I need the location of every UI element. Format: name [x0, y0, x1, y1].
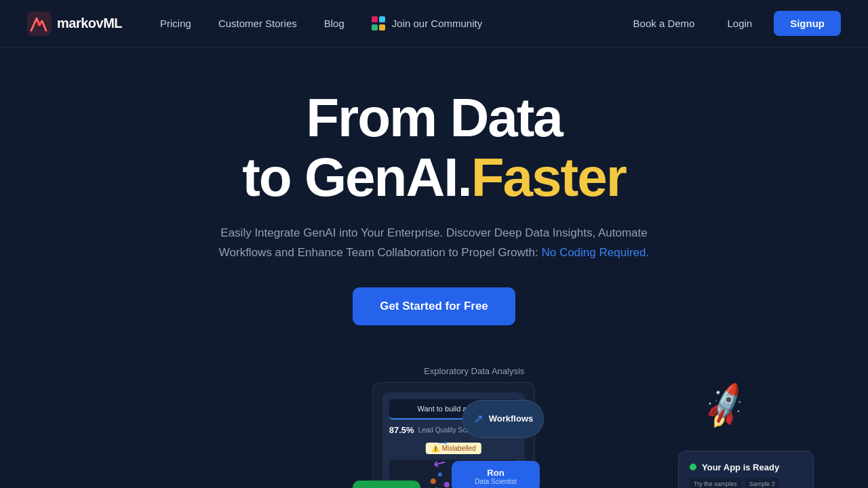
- nav-blog[interactable]: Blog: [313, 12, 355, 35]
- community-icon: [372, 16, 387, 31]
- nav-links-right: Book a Demo Login Signup: [623, 11, 841, 36]
- nav-signup[interactable]: Signup: [774, 11, 841, 36]
- hero-title-accent: Faster: [471, 147, 626, 207]
- mislabelled-badge: ⚠️ Mislabelled: [389, 441, 518, 454]
- nav-login[interactable]: Login: [716, 12, 763, 35]
- hero-title-line2-prefix: to GenAI.: [242, 147, 471, 207]
- dashboard-preview: Exploratory Data Analysis Want to build …: [27, 366, 841, 488]
- ron-title: Data Scientist: [461, 478, 530, 485]
- workflow-label: Workflows: [489, 413, 534, 424]
- nav-pricing[interactable]: Pricing: [149, 12, 202, 35]
- nav-community[interactable]: Join our Community: [361, 11, 493, 37]
- nav-links-left: Pricing Customer Stories Blog Join our C…: [149, 11, 493, 37]
- eda-label: Exploratory Data Analysis: [424, 366, 524, 376]
- wynne-card: Wynne: [353, 481, 420, 488]
- app-ready-card: Your App is Ready Try the samples Sample…: [678, 451, 814, 488]
- workflow-icon: ↗: [473, 411, 484, 426]
- navbar: markovML Pricing Customer Stories Blog J…: [0, 0, 868, 47]
- arrow-connector-1: →: [435, 434, 450, 451]
- svg-point-5: [431, 479, 436, 484]
- hero-title: From Data to GenAI.Faster: [242, 88, 626, 207]
- svg-point-7: [444, 482, 450, 487]
- nav-community-label: Join our Community: [392, 18, 482, 29]
- logo-text: markovML: [57, 16, 122, 31]
- nav-book-demo[interactable]: Book a Demo: [623, 12, 706, 35]
- rocket-decoration: 🚀: [698, 380, 751, 432]
- hero-section: From Data to GenAI.Faster Easily Integra…: [0, 47, 868, 488]
- svg-point-1: [37, 22, 41, 26]
- hero-subtitle: Easily Integrate GenAI into Your Enterpr…: [197, 224, 671, 263]
- stat-value: 87.5%: [389, 425, 414, 435]
- green-status-dot: [690, 464, 696, 470]
- app-ready-title: Your App is Ready: [702, 462, 779, 472]
- workflow-card: ↗ Workflows: [462, 400, 544, 438]
- cta-button[interactable]: Get Started for Free: [353, 287, 515, 325]
- hero-subtitle-highlight: No Coding Required.: [541, 246, 649, 259]
- logo-link[interactable]: markovML: [27, 12, 122, 36]
- hero-title-line1: From Data: [306, 87, 562, 148]
- ron-card: Ron Data Scientist: [452, 461, 540, 488]
- nav-customer-stories[interactable]: Customer Stories: [208, 12, 308, 35]
- logo-icon: [27, 12, 52, 36]
- ron-name: Ron: [461, 468, 530, 478]
